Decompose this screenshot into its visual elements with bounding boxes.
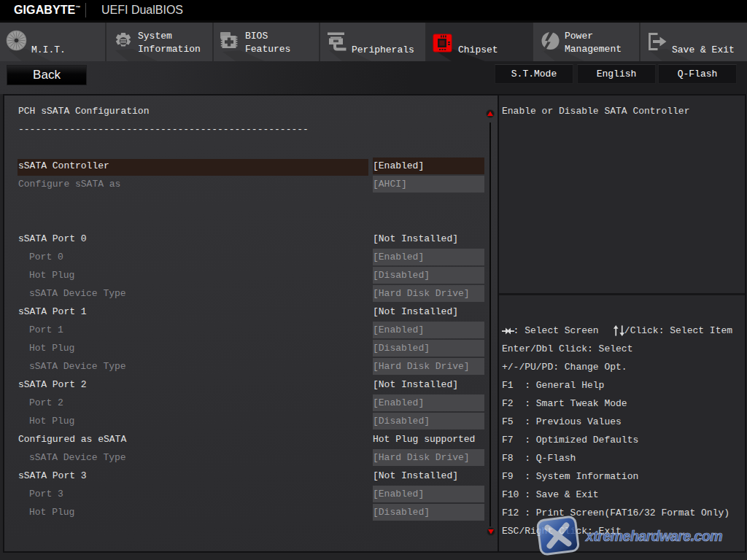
svg-text:xtremehardware.com: xtremehardware.com [585, 528, 722, 544]
